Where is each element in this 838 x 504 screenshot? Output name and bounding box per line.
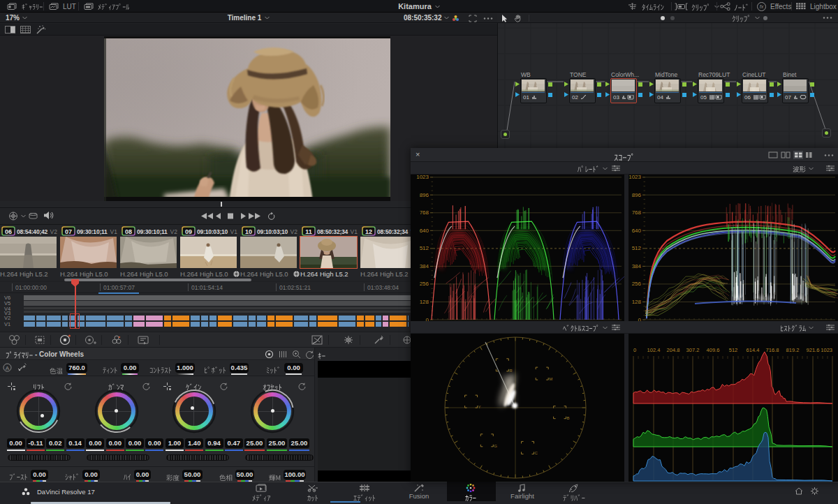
svg-text:768: 768 xyxy=(420,209,429,216)
svg-text:Y: Y xyxy=(478,405,481,409)
svg-text:640: 640 xyxy=(632,228,642,234)
svg-text:B: B xyxy=(567,416,570,420)
svg-text:768: 768 xyxy=(632,209,642,216)
svg-text:256: 256 xyxy=(632,281,642,287)
svg-text:512: 512 xyxy=(729,347,738,353)
svg-text:10: 10 xyxy=(245,228,252,235)
svg-text:09: 09 xyxy=(185,228,192,235)
svg-text:512: 512 xyxy=(420,245,429,251)
svg-text:C: C xyxy=(535,451,538,455)
svg-text:fx: fx xyxy=(760,4,764,9)
svg-text:1023: 1023 xyxy=(416,175,429,180)
svg-text:08: 08 xyxy=(125,228,132,235)
svg-text:12: 12 xyxy=(365,228,372,235)
svg-text:M: M xyxy=(549,377,552,381)
svg-text:A: A xyxy=(6,365,10,371)
svg-text:614.4: 614.4 xyxy=(747,347,760,353)
svg-text:256: 256 xyxy=(420,281,429,287)
svg-text:102.4: 102.4 xyxy=(647,347,661,353)
svg-text:1023: 1023 xyxy=(628,175,641,180)
svg-text:204.8: 204.8 xyxy=(667,347,680,353)
svg-text:128: 128 xyxy=(420,299,429,305)
svg-text:307.2: 307.2 xyxy=(686,347,700,353)
svg-text:819.2: 819.2 xyxy=(786,347,800,353)
svg-text:06: 06 xyxy=(5,228,12,235)
svg-text:11: 11 xyxy=(305,228,312,235)
svg-text:1023: 1023 xyxy=(821,347,832,353)
svg-text:896: 896 xyxy=(420,192,429,198)
svg-text:G: G xyxy=(494,444,497,448)
svg-text:128: 128 xyxy=(632,299,642,305)
svg-text:640: 640 xyxy=(420,228,429,234)
svg-text:921.6: 921.6 xyxy=(807,347,820,353)
svg-text:716.8: 716.8 xyxy=(766,347,779,353)
svg-text:R: R xyxy=(509,369,513,373)
svg-text:384: 384 xyxy=(420,263,429,269)
svg-text:0: 0 xyxy=(633,347,636,353)
svg-text:896: 896 xyxy=(632,192,642,198)
svg-text:512: 512 xyxy=(632,245,642,251)
svg-text:07: 07 xyxy=(65,228,72,235)
svg-text:409.6: 409.6 xyxy=(707,347,720,353)
svg-text:384: 384 xyxy=(632,263,642,269)
